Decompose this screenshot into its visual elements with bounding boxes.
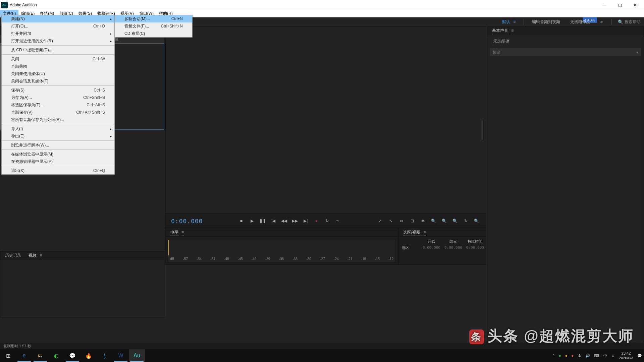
new-submenu[interactable]: 多轨会话(M)...Ctrl+N音频文件(F)...Ctrl+Shift+NCD… — [115, 15, 193, 38]
tray-wechat-icon[interactable]: ● — [559, 354, 561, 358]
file-menu-item[interactable]: 全部关闭 — [2, 63, 114, 70]
tray-clock[interactable]: 23:42 2020/6/3 — [619, 351, 633, 360]
sel-duration-value[interactable]: 0:00.000 — [466, 245, 484, 250]
chevron-down-icon: ▾ — [636, 50, 638, 55]
file-menu-item[interactable]: 另存为(A)...Ctrl+Shift+S — [2, 94, 114, 101]
video-tab[interactable]: 视频 ≡ — [29, 253, 44, 258]
selection-view-tab[interactable]: 选区/视图 ≡ — [403, 230, 426, 235]
taskbar-wechat[interactable]: 💬 — [64, 349, 80, 362]
system-tray[interactable]: ˄ ● ● ● 🖧 🔊 ⌨ 中 ☺ 23:42 2020/6/3 💬 — [553, 351, 644, 360]
zoom-out-h-icon[interactable]: ⤡ — [387, 217, 394, 225]
file-menu-item[interactable]: 导入(I)▸ — [2, 125, 114, 132]
taskbar-app2[interactable]: ⟆ — [97, 349, 113, 362]
minimize-button[interactable]: — — [597, 0, 612, 10]
preset-dropdown[interactable]: 预设 ▾ — [490, 48, 641, 56]
level-tick: -15 — [375, 257, 380, 261]
tray-ime[interactable]: 中 — [603, 353, 607, 358]
loop-button[interactable]: ↻ — [323, 217, 331, 225]
tray-ime-icon[interactable]: ☺ — [611, 354, 615, 358]
file-menu-item[interactable]: 打开(O)...Ctrl+O — [2, 22, 114, 30]
play-button[interactable]: ▶ — [248, 217, 256, 225]
file-menu-item[interactable]: 关闭会话及其媒体(F) — [2, 77, 114, 85]
workspace-default[interactable]: 默认 ≡ — [500, 18, 518, 26]
close-button[interactable]: ✕ — [628, 0, 643, 10]
new-submenu-item[interactable]: 多轨会话(M)...Ctrl+N — [115, 15, 192, 22]
rewind-button[interactable]: ◀◀ — [280, 217, 288, 225]
file-menu-dropdown[interactable]: 新建(N)▸打开(O)...Ctrl+O打开并附加▸打开最近使用的文件(R)▸从… — [1, 15, 115, 175]
zoom-all-icon[interactable]: 🔍 — [451, 217, 459, 225]
vertical-handle[interactable] — [481, 120, 484, 140]
taskbar-app1[interactable]: 🔥 — [80, 349, 97, 362]
taskbar-audition[interactable]: Au — [129, 349, 145, 362]
skip-button[interactable]: ⤳ — [334, 217, 341, 225]
essential-sound-tab[interactable]: 基本声音 ≡ — [492, 28, 514, 34]
level-tick: -45 — [238, 257, 243, 261]
sel-col-start: 开始 — [423, 239, 440, 244]
tray-keyboard-icon[interactable]: ⌨ — [594, 354, 599, 358]
tray-app-icon[interactable]: ● — [565, 354, 568, 358]
taskbar-edge[interactable]: e — [16, 349, 32, 362]
hamburger-icon[interactable]: ≡ — [511, 28, 514, 33]
tray-volume-icon[interactable]: 🔊 — [585, 354, 590, 358]
file-menu-item[interactable]: 新建(N)▸ — [2, 15, 114, 22]
hamburger-icon[interactable]: ≡ — [181, 230, 184, 235]
go-start-button[interactable]: |◀ — [270, 217, 277, 225]
file-menu-item[interactable]: 导出(E)▸ — [2, 132, 114, 140]
record-button[interactable]: ● — [313, 217, 320, 225]
level-tick: -48 — [224, 257, 229, 261]
file-menu-item[interactable]: 关闭Ctrl+W — [2, 55, 114, 63]
file-menu-item[interactable]: 保存(S)Ctrl+S — [2, 86, 114, 94]
tray-notifications-icon[interactable]: 💬 — [637, 354, 642, 358]
taskbar-360[interactable]: ◐ — [48, 349, 64, 362]
zoom-refresh-icon[interactable]: ↻ — [462, 217, 470, 225]
level-tick: -42 — [252, 257, 256, 261]
file-menu-item[interactable]: 退出(X)Ctrl+Q — [2, 167, 114, 174]
level-tick: -57 — [183, 257, 188, 261]
file-menu-item[interactable]: 在资源管理器中显示(P) — [2, 158, 114, 165]
tray-network-icon[interactable]: 🖧 — [578, 354, 581, 358]
file-menu-item[interactable]: 全部保存(V)Ctrl+Alt+Shift+S — [2, 109, 114, 116]
tray-chevron-icon[interactable]: ˄ — [553, 354, 555, 358]
editor-panel[interactable] — [165, 26, 486, 214]
taskbar-word[interactable]: W — [113, 349, 129, 362]
sel-start-value[interactable]: 0:00.000 — [423, 245, 440, 250]
sel-end-value[interactable]: 0:00.000 — [444, 245, 462, 250]
taskbar-explorer[interactable]: 🗂 — [32, 349, 48, 362]
file-menu-item[interactable]: 打开并附加▸ — [2, 30, 114, 37]
essential-sound-panel: 基本声音 ≡ 无选择项 预设 ▾ — [487, 26, 644, 349]
zoom-fit-icon[interactable]: ⇔ — [398, 217, 405, 225]
start-button[interactable]: ⊞ — [0, 349, 16, 362]
file-menu-item[interactable]: 打开最近使用的文件(R)▸ — [2, 37, 114, 45]
go-end-button[interactable]: ▶| — [302, 217, 309, 225]
zoom-in-h-icon[interactable]: ⤢ — [376, 217, 384, 225]
zoom-custom-icon[interactable]: 🔍 — [473, 217, 480, 225]
hamburger-icon[interactable]: ≡ — [40, 253, 42, 258]
level-marker — [168, 240, 169, 255]
file-menu-item[interactable]: 将所有音频保存为批处理(B)... — [2, 116, 114, 123]
forward-button[interactable]: ▶▶ — [291, 217, 299, 225]
status-bar: 复制用时 1.57 秒 — [0, 343, 644, 349]
tray-app2-icon[interactable]: ● — [571, 354, 574, 358]
workspace-edit-audio-video[interactable]: 编辑音频到视频 — [530, 18, 562, 26]
help-search[interactable]: 🔍 搜索帮助 — [618, 19, 641, 25]
new-submenu-item[interactable]: CD 布局(C) — [115, 30, 192, 37]
zoom-sel-icon[interactable]: ⊡ — [409, 217, 416, 225]
file-menu-item[interactable]: 在媒体浏览器中显示(M) — [2, 150, 114, 158]
file-menu-item[interactable]: 浏览并运行脚本(W)... — [2, 141, 114, 149]
pause-button[interactable]: ❚❚ — [259, 217, 266, 225]
hamburger-icon[interactable]: ≡ — [424, 230, 426, 235]
zoom-out-v-icon[interactable]: 🔍 — [441, 217, 448, 225]
file-menu-item[interactable]: 关闭未使用媒体(U) — [2, 70, 114, 77]
level-meter[interactable]: dB -57-54-51-48-45-42-39-36-33-30-27-24-… — [168, 239, 396, 262]
file-menu-item[interactable]: 从 CD 中提取音频(D)... — [2, 46, 114, 54]
maximize-button[interactable]: ▢ — [612, 0, 628, 10]
file-menu-item[interactable]: 将选区保存为(T)...Ctrl+Alt+S — [2, 101, 114, 109]
zoom-reset-icon[interactable]: ✱ — [419, 217, 427, 225]
stop-button[interactable]: ■ — [237, 217, 245, 225]
workspace-more[interactable]: » — [598, 18, 605, 25]
new-submenu-item[interactable]: 音频文件(F)...Ctrl+Shift+N — [115, 22, 192, 30]
history-tab[interactable]: 历史记录 — [5, 253, 21, 258]
workspace-radio[interactable]: 无线电作品 — [568, 18, 592, 26]
zoom-in-v-icon[interactable]: 🔍 — [430, 217, 437, 225]
levels-tab[interactable]: 电平 ≡ — [170, 230, 184, 235]
